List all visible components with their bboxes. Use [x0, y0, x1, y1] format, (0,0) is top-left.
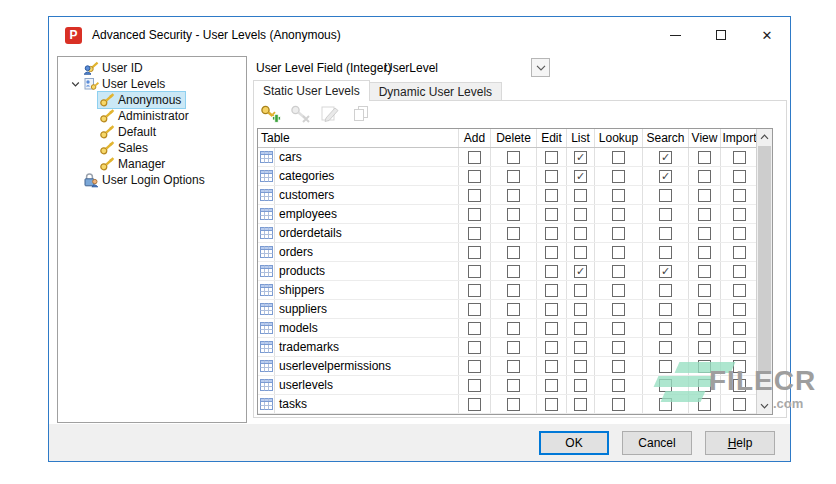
- table-row-userlevelpermissions[interactable]: userlevelpermissions: [258, 357, 758, 376]
- scroll-thumb[interactable]: [758, 146, 771, 371]
- checkbox-userlevels-list[interactable]: [574, 379, 587, 392]
- checkbox-userlevelpermissions-edit[interactable]: [545, 360, 558, 373]
- checkbox-tasks-list[interactable]: [574, 398, 587, 411]
- table-row-models[interactable]: models: [258, 319, 758, 338]
- checkbox-cars-list[interactable]: ✓: [574, 151, 587, 164]
- table-row-tasks[interactable]: tasks: [258, 395, 758, 414]
- checkbox-models-delete[interactable]: [507, 322, 520, 335]
- tree-item-user-id[interactable]: User ID: [58, 60, 246, 76]
- table-row-suppliers[interactable]: suppliers: [258, 300, 758, 319]
- checkbox-orderdetails-view[interactable]: [698, 227, 711, 240]
- column-header-import[interactable]: Import: [720, 129, 758, 147]
- tree-item-sales[interactable]: Sales: [58, 140, 246, 156]
- checkbox-userlevels-add[interactable]: [468, 379, 481, 392]
- checkbox-tasks-add[interactable]: [468, 398, 481, 411]
- checkbox-cars-delete[interactable]: [507, 151, 520, 164]
- checkbox-suppliers-add[interactable]: [468, 303, 481, 316]
- tree-item-default[interactable]: Default: [58, 124, 246, 140]
- checkbox-employees-view[interactable]: [698, 208, 711, 221]
- checkbox-orders-import[interactable]: [733, 246, 746, 259]
- column-header-search[interactable]: Search: [642, 129, 688, 147]
- checkbox-customers-import[interactable]: [733, 189, 746, 202]
- checkbox-orderdetails-edit[interactable]: [545, 227, 558, 240]
- checkbox-userlevelpermissions-delete[interactable]: [507, 360, 520, 373]
- checkbox-trademarks-add[interactable]: [468, 341, 481, 354]
- checkbox-shippers-import[interactable]: [733, 284, 746, 297]
- table-scrollbar[interactable]: [756, 129, 772, 414]
- column-header-add[interactable]: Add: [458, 129, 490, 147]
- close-button[interactable]: ✕: [744, 17, 790, 53]
- checkbox-shippers-add[interactable]: [468, 284, 481, 297]
- column-header-view[interactable]: View: [688, 129, 720, 147]
- checkbox-orderdetails-import[interactable]: [733, 227, 746, 240]
- checkbox-orders-lookup[interactable]: [612, 246, 625, 259]
- checkbox-userlevelpermissions-list[interactable]: [574, 360, 587, 373]
- checkbox-orders-edit[interactable]: [545, 246, 558, 259]
- checkbox-suppliers-search[interactable]: [659, 303, 672, 316]
- scroll-down-button[interactable]: [757, 398, 772, 414]
- checkbox-employees-edit[interactable]: [545, 208, 558, 221]
- add-user-level-button[interactable]: [258, 104, 282, 126]
- title-bar[interactable]: P Advanced Security - User Levels (Anony…: [49, 17, 790, 53]
- checkbox-customers-edit[interactable]: [545, 189, 558, 202]
- checkbox-userlevelpermissions-import[interactable]: [733, 360, 746, 373]
- checkbox-employees-search[interactable]: [659, 208, 672, 221]
- checkbox-customers-list[interactable]: [574, 189, 587, 202]
- checkbox-trademarks-search[interactable]: [659, 341, 672, 354]
- checkbox-trademarks-list[interactable]: [574, 341, 587, 354]
- checkbox-employees-import[interactable]: [733, 208, 746, 221]
- checkbox-suppliers-delete[interactable]: [507, 303, 520, 316]
- checkbox-customers-lookup[interactable]: [612, 189, 625, 202]
- checkbox-orderdetails-delete[interactable]: [507, 227, 520, 240]
- checkbox-userlevelpermissions-lookup[interactable]: [612, 360, 625, 373]
- user-level-field-dropdown[interactable]: [531, 58, 550, 77]
- checkbox-shippers-view[interactable]: [698, 284, 711, 297]
- checkbox-shippers-delete[interactable]: [507, 284, 520, 297]
- checkbox-products-import[interactable]: [733, 265, 746, 278]
- checkbox-categories-lookup[interactable]: [612, 170, 625, 183]
- checkbox-categories-view[interactable]: [698, 170, 711, 183]
- checkbox-orders-list[interactable]: [574, 246, 587, 259]
- checkbox-trademarks-delete[interactable]: [507, 341, 520, 354]
- checkbox-categories-add[interactable]: [468, 170, 481, 183]
- checkbox-suppliers-import[interactable]: [733, 303, 746, 316]
- checkbox-userlevels-import[interactable]: [733, 379, 746, 392]
- checkbox-orderdetails-lookup[interactable]: [612, 227, 625, 240]
- checkbox-cars-add[interactable]: [468, 151, 481, 164]
- checkbox-suppliers-list[interactable]: [574, 303, 587, 316]
- checkbox-orderdetails-add[interactable]: [468, 227, 481, 240]
- checkbox-employees-delete[interactable]: [507, 208, 520, 221]
- tree-item-anonymous[interactable]: Anonymous: [58, 92, 246, 108]
- table-row-trademarks[interactable]: trademarks: [258, 338, 758, 357]
- checkbox-categories-edit[interactable]: [545, 170, 558, 183]
- checkbox-models-edit[interactable]: [545, 322, 558, 335]
- table-row-shippers[interactable]: shippers: [258, 281, 758, 300]
- checkbox-userlevelpermissions-add[interactable]: [468, 360, 481, 373]
- checkbox-userlevels-edit[interactable]: [545, 379, 558, 392]
- checkbox-tasks-import[interactable]: [733, 398, 746, 411]
- checkbox-cars-import[interactable]: [733, 151, 746, 164]
- checkbox-customers-view[interactable]: [698, 189, 711, 202]
- column-header-lookup[interactable]: Lookup: [594, 129, 642, 147]
- table-row-orders[interactable]: orders: [258, 243, 758, 262]
- checkbox-userlevels-search[interactable]: [659, 379, 672, 392]
- checkbox-trademarks-edit[interactable]: [545, 341, 558, 354]
- minimize-button[interactable]: [652, 17, 698, 53]
- checkbox-categories-delete[interactable]: [507, 170, 520, 183]
- checkbox-shippers-search[interactable]: [659, 284, 672, 297]
- checkbox-categories-import[interactable]: [733, 170, 746, 183]
- tab-static-user-levels[interactable]: Static User Levels: [253, 80, 370, 101]
- column-header-list[interactable]: List: [566, 129, 594, 147]
- maximize-button[interactable]: [698, 17, 744, 53]
- checkbox-shippers-lookup[interactable]: [612, 284, 625, 297]
- checkbox-products-edit[interactable]: [545, 265, 558, 278]
- table-row-orderdetails[interactable]: orderdetails: [258, 224, 758, 243]
- checkbox-trademarks-import[interactable]: [733, 341, 746, 354]
- checkbox-customers-search[interactable]: [659, 189, 672, 202]
- column-header-delete[interactable]: Delete: [490, 129, 536, 147]
- table-row-customers[interactable]: customers: [258, 186, 758, 205]
- checkbox-employees-list[interactable]: [574, 208, 587, 221]
- checkbox-orders-search[interactable]: [659, 246, 672, 259]
- checkbox-suppliers-edit[interactable]: [545, 303, 558, 316]
- checkbox-userlevelpermissions-view[interactable]: [698, 360, 711, 373]
